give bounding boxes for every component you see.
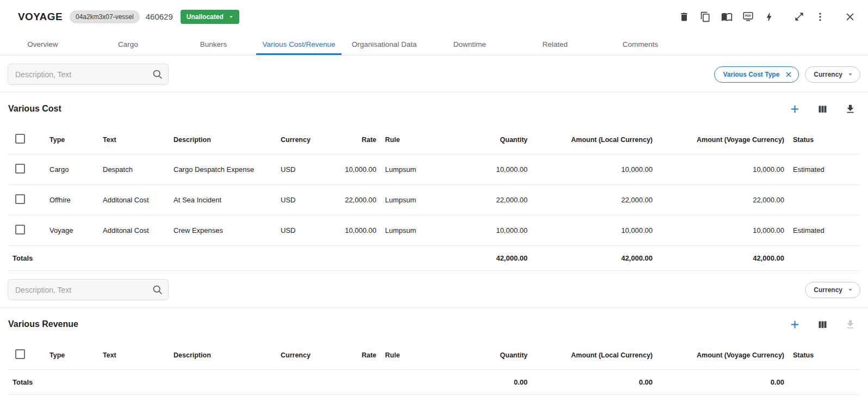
tab-downtime[interactable]: Downtime: [427, 33, 512, 55]
search-icon[interactable]: [152, 69, 163, 82]
cell-currency: USD: [276, 155, 331, 185]
copy-icon[interactable]: [699, 11, 711, 23]
totals-amount-local: 0.00: [532, 370, 657, 395]
totals-label: Totals: [8, 370, 450, 395]
totals-status: [789, 370, 860, 395]
revenue-currency-filter-chip[interactable]: Currency: [805, 282, 860, 298]
cell-status: Estimated: [789, 155, 860, 185]
col-description: Description: [169, 341, 276, 370]
tab-various-cost-revenue[interactable]: Various Cost/Revenue: [256, 33, 342, 55]
totals-row: Totals 42,000.00 42,000.00 42,000.00: [8, 246, 860, 271]
revenue-search-input[interactable]: [8, 279, 169, 300]
various-revenue-card: Various Revenue Type Text Description: [0, 307, 868, 395]
col-amount-local: Amount (Local Currency): [532, 125, 657, 155]
cell-quantity: 10,000.00: [450, 215, 532, 246]
tab-organisational-data[interactable]: Organisational Data: [342, 33, 427, 55]
cell-rate: 10,000.00: [331, 155, 381, 185]
delete-icon[interactable]: [678, 11, 690, 23]
various-cost-type-chip-label: Various Cost Type: [723, 71, 780, 78]
caret-down-icon: [227, 13, 235, 21]
col-type: Type: [45, 125, 98, 155]
close-icon[interactable]: [844, 11, 856, 23]
tab-comments[interactable]: Comments: [598, 33, 683, 55]
various-cost-type-filter-chip[interactable]: Various Cost Type: [714, 66, 799, 83]
vessel-chip[interactable]: 04a2km3x07-vessel: [70, 10, 140, 23]
cell-status: [789, 185, 860, 215]
cell-currency: USD: [276, 215, 331, 246]
pdf-export-icon[interactable]: PDF: [742, 11, 754, 23]
row-checkbox[interactable]: [15, 225, 25, 234]
tab-overview[interactable]: Overview: [0, 33, 85, 55]
add-icon[interactable]: [788, 318, 801, 331]
table-row[interactable]: Voyage Additonal Cost Crew Expenses USD …: [8, 215, 860, 246]
cell-amount-local: 10,000.00: [532, 155, 657, 185]
table-row[interactable]: Offhire Additonal Cost At Sea Incident U…: [8, 185, 860, 215]
various-cost-card: Various Cost Type Text Description: [0, 92, 868, 271]
cell-type: Offhire: [45, 185, 98, 215]
cell-rule: Lumpsum: [381, 155, 450, 185]
add-icon[interactable]: [788, 102, 801, 115]
select-all-checkbox[interactable]: [15, 349, 25, 359]
col-description: Description: [169, 125, 276, 155]
select-all-cell: [8, 341, 45, 370]
col-rate: Rate: [331, 341, 381, 370]
app-header: VOYAGE 04a2km3x07-vessel 460629 Unalloca…: [0, 0, 868, 33]
download-icon[interactable]: [844, 102, 857, 115]
download-icon: [844, 318, 857, 331]
tab-related[interactable]: Related: [512, 33, 598, 55]
table-row[interactable]: Cargo Despatch Cargo Despatch Expense US…: [8, 155, 860, 185]
columns-icon[interactable]: [816, 102, 829, 115]
col-text: Text: [98, 341, 169, 370]
col-quantity: Quantity: [450, 341, 532, 370]
tab-bunkers[interactable]: Bunkers: [171, 33, 256, 55]
cell-amount-voyage: 10,000.00: [657, 155, 789, 185]
cell-rate: 22,000.00: [331, 185, 381, 215]
more-icon[interactable]: [814, 11, 826, 23]
various-cost-actions: [788, 102, 860, 115]
row-checkbox[interactable]: [15, 194, 25, 204]
col-status: Status: [789, 341, 860, 370]
currency-chip-label: Currency: [814, 286, 842, 294]
cost-search-input[interactable]: [8, 64, 169, 85]
cost-currency-filter-chip[interactable]: Currency: [805, 66, 860, 83]
col-currency: Currency: [276, 125, 331, 155]
select-all-checkbox[interactable]: [15, 134, 25, 144]
revenue-header-row: Type Text Description Currency Rate Rule…: [8, 341, 860, 370]
cell-rule: Lumpsum: [381, 215, 450, 246]
status-badge-label: Unallocated: [187, 13, 224, 21]
totals-row: Totals 0.00 0.00 0.00: [8, 370, 860, 395]
svg-text:PDF: PDF: [745, 14, 751, 17]
col-quantity: Quantity: [450, 125, 532, 155]
voyage-number: 460629: [146, 12, 173, 21]
bolt-icon[interactable]: [763, 11, 775, 23]
col-rule: Rule: [381, 341, 450, 370]
cell-amount-local: 10,000.00: [532, 215, 657, 246]
chip-close-icon[interactable]: [784, 70, 793, 79]
header-toolbar: PDF: [678, 11, 856, 23]
totals-status: [789, 246, 860, 271]
totals-amount-voyage: 42,000.00: [657, 246, 789, 271]
row-select-cell: [8, 215, 45, 246]
col-type: Type: [45, 341, 98, 370]
cell-text: Additonal Cost: [98, 215, 169, 246]
various-revenue-actions: [788, 318, 860, 331]
col-amount-voyage: Amount (Voyage Currency): [657, 125, 789, 155]
cell-amount-local: 22,000.00: [532, 185, 657, 215]
expand-icon[interactable]: [793, 11, 805, 23]
cell-description: Cargo Despatch Expense: [169, 155, 276, 185]
book-icon[interactable]: [721, 11, 733, 23]
revenue-search-box: [8, 279, 169, 300]
columns-icon[interactable]: [816, 318, 829, 331]
search-icon[interactable]: [152, 284, 163, 298]
allocation-status-badge[interactable]: Unallocated: [181, 10, 239, 24]
row-select-cell: [8, 185, 45, 215]
totals-amount-voyage: 0.00: [657, 370, 789, 395]
various-revenue-table: Type Text Description Currency Rate Rule…: [8, 341, 860, 395]
cell-rate: 10,000.00: [331, 215, 381, 246]
select-all-cell: [8, 125, 45, 155]
various-revenue-card-header: Various Revenue: [8, 308, 860, 341]
col-text: Text: [98, 125, 169, 155]
tab-cargo[interactable]: Cargo: [85, 33, 171, 55]
row-checkbox[interactable]: [15, 164, 25, 174]
caret-down-icon: [846, 70, 854, 78]
